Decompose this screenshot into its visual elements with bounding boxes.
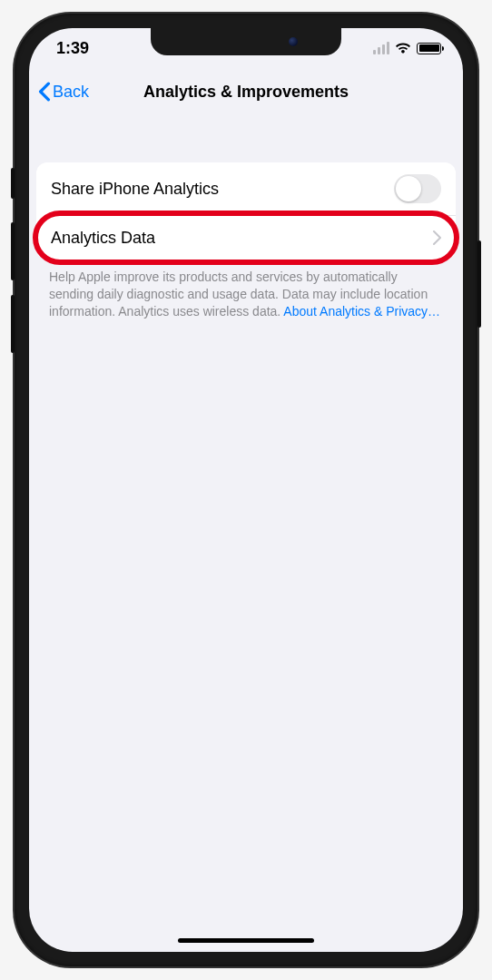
row-label: Share iPhone Analytics — [51, 180, 219, 199]
battery-icon — [417, 43, 441, 54]
row-analytics-data[interactable]: Analytics Data — [36, 216, 456, 260]
settings-group: Share iPhone Analytics Analytics Data — [36, 162, 456, 260]
cellular-signal-icon — [373, 42, 389, 54]
row-label: Analytics Data — [51, 229, 155, 248]
screen: 1:39 Back Analytics & Improve — [29, 28, 463, 952]
status-time: 1:39 — [56, 39, 89, 58]
chevron-right-icon — [433, 230, 441, 245]
front-camera-icon — [289, 37, 298, 46]
chevron-left-icon — [38, 82, 51, 102]
back-label: Back — [53, 83, 89, 102]
mute-switch — [11, 168, 15, 199]
volume-down-button — [11, 295, 15, 353]
home-indicator[interactable] — [178, 938, 314, 943]
back-button[interactable]: Back — [38, 82, 89, 102]
wifi-icon — [395, 42, 411, 54]
notch — [151, 28, 341, 55]
toggle-knob — [396, 176, 421, 201]
page-title: Analytics & Improvements — [29, 83, 463, 102]
footer-description: Help Apple improve its products and serv… — [29, 260, 463, 320]
content: Share iPhone Analytics Analytics Data He… — [29, 115, 463, 320]
share-analytics-toggle[interactable] — [394, 174, 441, 203]
row-share-iphone-analytics[interactable]: Share iPhone Analytics — [36, 162, 456, 215]
phone-frame: 1:39 Back Analytics & Improve — [15, 14, 477, 966]
side-power-button — [477, 240, 481, 328]
status-indicators — [373, 42, 441, 54]
volume-up-button — [11, 222, 15, 280]
navigation-bar: Back Analytics & Improvements — [29, 68, 463, 115]
about-analytics-privacy-link[interactable]: About Analytics & Privacy… — [283, 304, 440, 318]
